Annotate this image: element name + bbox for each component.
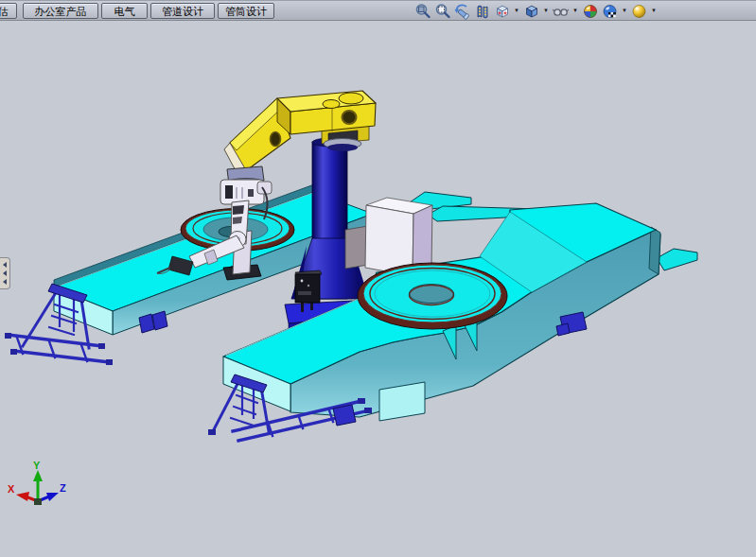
feature-panel-collapsed-tab[interactable]	[0, 257, 10, 289]
apply-scene-icon	[602, 3, 619, 20]
section-view-button[interactable]	[473, 2, 491, 20]
apply-scene-dropdown-icon[interactable]: ▼	[621, 2, 628, 20]
tab-piping-design[interactable]: 管道设计	[150, 3, 215, 19]
display-style-dropdown-icon[interactable]: ▼	[542, 2, 550, 20]
display-style-button[interactable]	[522, 2, 540, 20]
front-beam-tail-blade[interactable]	[657, 249, 697, 270]
hide-show-items-dropdown-icon[interactable]: ▼	[571, 2, 579, 20]
view-heads-up-toolbar: ▼ ▼ ▼	[413, 1, 659, 21]
turntable-ring-front[interactable]	[358, 263, 507, 329]
edit-appearance-button[interactable]	[581, 2, 599, 20]
axis-y-label: Y	[33, 460, 41, 471]
view-settings-icon	[631, 3, 648, 20]
previous-view-button[interactable]	[453, 2, 471, 20]
axis-z-label: Z	[60, 482, 66, 494]
hide-show-items-button[interactable]	[552, 2, 570, 20]
display-style-icon	[523, 3, 540, 20]
graphics-viewport[interactable]: Y X Z	[0, 21, 756, 557]
view-settings-dropdown-icon[interactable]: ▼	[650, 2, 658, 20]
collapse-left-arrow-icon	[3, 262, 7, 268]
zoom-to-fit-icon	[414, 3, 431, 20]
tab-tubing-design[interactable]: 管筒设计	[218, 3, 274, 19]
edit-appearance-icon	[582, 3, 599, 20]
view-orientation-icon	[494, 3, 511, 20]
solidworks-window: 估 办公室产品 电气 管道设计 管筒设计	[0, 0, 756, 557]
tab-office-products[interactable]: 办公室产品	[23, 3, 98, 19]
section-view-icon	[474, 3, 491, 20]
model-canvas[interactable]: Y X Z	[0, 21, 756, 557]
zoom-to-area-icon	[434, 3, 451, 20]
zoom-to-area-button[interactable]	[433, 2, 451, 20]
previous-view-icon	[453, 3, 471, 20]
apply-scene-button[interactable]	[601, 2, 619, 20]
tab-electrical[interactable]: 电气	[101, 3, 148, 19]
yellow-boom[interactable]	[224, 91, 376, 176]
collapse-left-arrow-icon	[3, 270, 7, 276]
axis-x-label: X	[8, 483, 15, 495]
reference-triad: Y X Z	[8, 460, 66, 505]
view-orientation-button[interactable]	[493, 2, 511, 20]
zoom-to-fit-button[interactable]	[413, 2, 431, 20]
collapse-left-arrow-icon	[3, 279, 7, 285]
ring-center-hole	[410, 286, 454, 305]
view-settings-button[interactable]	[630, 2, 648, 20]
tab-evaluate-clipped[interactable]: 估	[0, 3, 17, 19]
view-orientation-dropdown-icon[interactable]: ▼	[513, 2, 520, 20]
command-tab-bar: 估 办公室产品 电气 管道设计 管筒设计	[0, 0, 756, 21]
hide-show-items-icon	[552, 3, 570, 20]
